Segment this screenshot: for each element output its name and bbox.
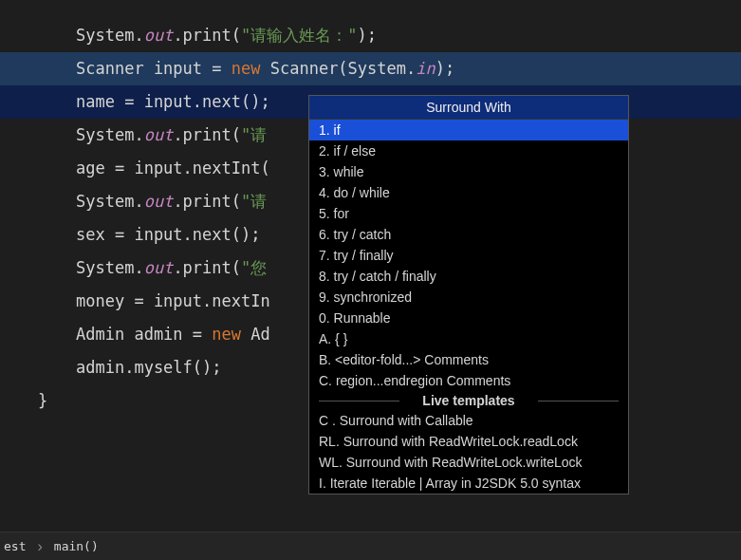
popup-item-while[interactable]: 3. while (309, 161, 628, 182)
code-line: System.out.print("请输入姓名："); (0, 19, 741, 52)
popup-item-try-catch-finally[interactable]: 8. try / catch / finally (309, 266, 628, 287)
popup-item-do-while[interactable]: 4. do / while (309, 182, 628, 203)
breadcrumb-bar: est › main() (0, 532, 741, 560)
surround-with-popup: Surround With 1. if 2. if / else 3. whil… (308, 95, 629, 495)
popup-item-writelock[interactable]: WL. Surround with ReadWriteLock.writeLoc… (309, 452, 628, 473)
popup-item-try-finally[interactable]: 7. try / finally (309, 245, 628, 266)
chevron-right-icon: › (29, 538, 49, 555)
popup-item-iterate[interactable]: I. Iterate Iterable | Array in J2SDK 5.0… (309, 473, 628, 494)
popup-item-editor-fold[interactable]: B. <editor-fold...> Comments (309, 349, 628, 370)
popup-item-braces[interactable]: A. { } (309, 328, 628, 349)
popup-item-callable[interactable]: C . Surround with Callable (309, 410, 628, 431)
breadcrumb-item[interactable]: est (0, 539, 29, 553)
popup-section-live-templates: Live templates (309, 391, 628, 410)
popup-item-readlock[interactable]: RL. Surround with ReadWriteLock.readLock (309, 431, 628, 452)
popup-item-for[interactable]: 5. for (309, 203, 628, 224)
popup-item-if-else[interactable]: 2. if / else (309, 140, 628, 161)
popup-item-synchronized[interactable]: 9. synchronized (309, 287, 628, 308)
popup-item-if[interactable]: 1. if (309, 120, 628, 140)
popup-item-runnable[interactable]: 0. Runnable (309, 308, 628, 328)
code-line-selected: Scanner input = new Scanner(System.in); (0, 52, 741, 85)
breadcrumb-item[interactable]: main() (50, 539, 102, 553)
popup-item-try-catch[interactable]: 6. try / catch (309, 224, 628, 245)
popup-title: Surround With (309, 96, 628, 120)
popup-item-region[interactable]: C. region...endregion Comments (309, 370, 628, 391)
